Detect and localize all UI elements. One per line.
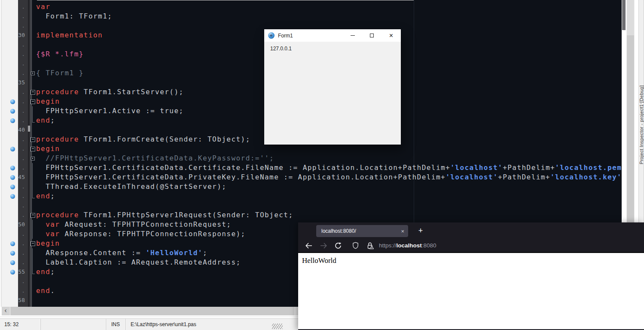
debug-line-dot[interactable] xyxy=(10,147,15,151)
forward-button[interactable] xyxy=(319,243,328,249)
form1-window[interactable]: Form1 × 127.0.0.1 xyxy=(264,29,401,145)
size-grip[interactable] xyxy=(272,324,283,329)
form1-titlebar[interactable]: Form1 × xyxy=(264,29,401,42)
line-number: . xyxy=(16,135,26,144)
code-line[interactable]: 45 FPHttpServer1.CertificateData.Private… xyxy=(0,173,622,182)
breakpoint-gutter-cell[interactable] xyxy=(0,154,16,163)
fold-line-icon xyxy=(30,229,35,239)
breakpoint-gutter-cell[interactable] xyxy=(0,229,16,239)
fold-box-icon[interactable] xyxy=(30,239,35,248)
reload-button[interactable] xyxy=(333,242,343,249)
line-number: 30 xyxy=(16,31,26,40)
breakpoint-gutter-cell[interactable] xyxy=(0,248,16,258)
page-content: HelloWorld xyxy=(298,253,644,329)
breakpoint-gutter-cell[interactable] xyxy=(0,49,16,59)
dock-grip-icon[interactable] xyxy=(641,103,642,113)
code-line[interactable]: . TThread.ExecuteInThread(@StartServer); xyxy=(0,182,622,191)
page-text: HelloWorld xyxy=(302,256,336,265)
breakpoint-gutter-cell[interactable] xyxy=(0,135,16,144)
breakpoint-gutter-cell[interactable] xyxy=(0,258,16,267)
breakpoint-gutter-cell[interactable] xyxy=(0,201,16,210)
code-line[interactable]: .procedure TForm1.FPHttpServer1Request(S… xyxy=(0,210,622,220)
fold-box-icon[interactable] xyxy=(30,135,35,144)
code-line[interactable]: .begin xyxy=(0,144,622,154)
breakpoint-gutter-cell[interactable] xyxy=(0,2,16,12)
code-line[interactable]: . xyxy=(0,201,622,210)
site-security-button[interactable] xyxy=(365,242,375,249)
horizontal-scrollbar-thumb[interactable] xyxy=(11,307,294,315)
breakpoint-gutter-cell[interactable] xyxy=(0,163,16,173)
breakpoint-gutter-cell[interactable] xyxy=(0,267,16,277)
docked-panel-caption[interactable]: Project Inspector - project1 [Debug] xyxy=(638,47,644,202)
close-button[interactable]: × xyxy=(382,29,401,42)
breakpoint-gutter-cell[interactable] xyxy=(0,296,16,305)
code-line[interactable]: . Form1: TForm1; xyxy=(0,12,622,21)
fold-boxdot-icon[interactable] xyxy=(30,154,35,163)
browser-window[interactable]: localhost:8080/ × + https://localhost:8 xyxy=(298,222,644,330)
breakpoint-gutter-cell[interactable] xyxy=(0,31,16,40)
breakpoint-gutter-cell[interactable] xyxy=(0,191,16,201)
debug-line-dot[interactable] xyxy=(10,118,15,123)
url-bar[interactable]: https://localhost:8080 xyxy=(379,242,436,249)
fold-line-icon xyxy=(30,248,35,258)
breakpoint-gutter-cell[interactable] xyxy=(0,144,16,154)
breakpoint-gutter-cell[interactable] xyxy=(0,210,16,220)
breakpoint-gutter-cell[interactable] xyxy=(0,239,16,248)
debug-line-dot[interactable] xyxy=(10,166,15,170)
code-line[interactable]: .var xyxy=(0,2,622,12)
fold-boxdot-icon[interactable] xyxy=(30,68,35,78)
breakpoint-gutter-cell[interactable] xyxy=(0,277,16,286)
tab-title: localhost:8080/ xyxy=(321,228,401,234)
breakpoint-gutter-cell[interactable] xyxy=(0,286,16,296)
breakpoint-gutter-cell[interactable] xyxy=(0,116,16,125)
breakpoint-gutter-cell[interactable] xyxy=(0,220,16,229)
code-line[interactable]: . //FPHttpServer1.CertificateData.KeyPas… xyxy=(0,154,622,163)
breakpoint-gutter-cell[interactable] xyxy=(0,68,16,78)
breakpoint-gutter-cell[interactable] xyxy=(0,21,16,31)
breakpoint-gutter-cell[interactable] xyxy=(0,173,16,182)
debug-line-dot[interactable] xyxy=(10,251,15,256)
breakpoint-gutter-cell[interactable] xyxy=(0,40,16,49)
line-number: . xyxy=(16,144,26,154)
tracking-protection-button[interactable] xyxy=(351,242,360,249)
breakpoint-gutter-cell[interactable] xyxy=(0,97,16,106)
code-line[interactable]: .end; xyxy=(0,191,622,201)
breakpoint-gutter-cell[interactable] xyxy=(0,182,16,191)
breakpoint-gutter-cell[interactable] xyxy=(0,78,16,87)
breakpoint-gutter-cell[interactable] xyxy=(0,87,16,97)
line-number: 55 xyxy=(16,267,26,277)
fold-box-icon[interactable] xyxy=(30,144,35,154)
debug-line-dot[interactable] xyxy=(10,270,15,274)
tab-close-icon[interactable]: × xyxy=(401,228,404,234)
vertical-scrollbar-thumb[interactable] xyxy=(627,35,634,222)
breakpoint-gutter-cell[interactable] xyxy=(0,59,16,68)
breakpoint-gutter-cell[interactable] xyxy=(0,106,16,116)
minimize-button[interactable] xyxy=(343,29,362,42)
fold-box-icon[interactable] xyxy=(30,210,35,220)
fold-gutter-cell xyxy=(30,12,35,21)
debug-line-dot[interactable] xyxy=(10,194,15,199)
debug-line-dot[interactable] xyxy=(10,175,15,180)
new-tab-button[interactable]: + xyxy=(415,225,426,237)
editor-vscrollbar-thumb[interactable] xyxy=(622,0,626,30)
form1-title: Form1 xyxy=(278,33,293,39)
app-icon xyxy=(268,32,275,39)
debug-line-dot[interactable] xyxy=(10,99,15,104)
breakpoint-gutter-cell[interactable] xyxy=(0,125,16,135)
breakpoint-gutter-cell[interactable] xyxy=(0,12,16,21)
debug-line-dot[interactable] xyxy=(10,241,15,246)
maximize-button[interactable] xyxy=(362,29,382,42)
fold-box-icon[interactable] xyxy=(30,87,35,97)
url-scheme: https:// xyxy=(379,242,397,249)
code-line[interactable]: . FPHttpServer1.CertificateData.Certific… xyxy=(0,163,622,173)
browser-tab[interactable]: localhost:8080/ × xyxy=(316,225,408,237)
back-button[interactable] xyxy=(304,243,314,249)
debug-line-dot[interactable] xyxy=(10,109,15,114)
fold-gutter-cell xyxy=(30,21,35,31)
horizontal-scrollbar[interactable]: ‹ xyxy=(2,307,298,315)
scroll-left-arrow-icon[interactable]: ‹ xyxy=(2,307,9,315)
debug-line-dot[interactable] xyxy=(10,185,15,189)
debug-line-dot[interactable] xyxy=(10,260,15,265)
fold-box-icon[interactable] xyxy=(30,97,35,106)
tab-bar[interactable]: localhost:8080/ × + xyxy=(298,222,644,239)
